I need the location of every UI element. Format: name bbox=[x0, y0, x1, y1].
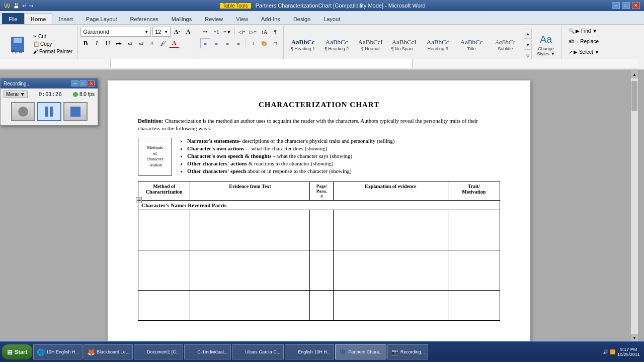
taskbar-item-word5[interactable]: W Partners Chara... bbox=[335, 344, 386, 359]
row2-page[interactable] bbox=[310, 250, 334, 290]
row3-method[interactable] bbox=[138, 290, 190, 320]
tab-design[interactable]: Design bbox=[287, 13, 317, 24]
multilevel-button[interactable]: ≡▼ bbox=[222, 27, 232, 37]
row2-explanation[interactable] bbox=[333, 250, 448, 290]
line-spacing-button[interactable]: ↕ bbox=[248, 38, 258, 48]
border-button[interactable]: □ bbox=[270, 38, 280, 48]
row2-trait[interactable] bbox=[448, 250, 500, 290]
row3-explanation[interactable] bbox=[333, 290, 448, 320]
sort-button[interactable]: ↕A bbox=[259, 27, 269, 37]
style-subtitle[interactable]: AaBbCc Subtitle bbox=[489, 27, 521, 63]
text-effects-button[interactable]: A bbox=[147, 38, 157, 48]
row1-method[interactable] bbox=[138, 210, 190, 250]
start-button[interactable]: ⊞ Start bbox=[2, 344, 32, 359]
table-move-handle[interactable]: ✛ bbox=[136, 197, 142, 203]
taskbar-item-word4[interactable]: W English 10H H... bbox=[285, 344, 334, 359]
row3-trait[interactable] bbox=[448, 290, 500, 320]
italic-button[interactable]: I bbox=[92, 38, 102, 48]
show-formatting-button[interactable]: ¶ bbox=[270, 27, 280, 37]
superscript-button[interactable]: x2 bbox=[136, 38, 146, 48]
scroll-thumb[interactable] bbox=[631, 81, 637, 111]
tab-insert[interactable]: Insert bbox=[52, 13, 79, 24]
scroll-track[interactable] bbox=[631, 78, 638, 334]
undo-icon[interactable]: ↩ bbox=[22, 3, 26, 9]
scroll-up-button[interactable]: ▲ bbox=[631, 70, 638, 78]
dialog-menu-button[interactable]: Menu ▼ bbox=[4, 90, 28, 98]
taskbar-item-browser[interactable]: 🌐 10H English H... bbox=[33, 344, 83, 359]
align-left-button[interactable]: ≡ bbox=[200, 38, 210, 48]
stop-button[interactable] bbox=[63, 102, 88, 121]
style-normal[interactable]: AaBbCcI ¶ Normal bbox=[354, 27, 386, 63]
styles-scroll-down[interactable]: ▼ bbox=[524, 40, 532, 50]
pause-button[interactable] bbox=[37, 102, 61, 121]
row1-evidence[interactable] bbox=[190, 210, 310, 250]
taskbar-word5-label: Partners Chara... bbox=[348, 349, 383, 354]
tab-file[interactable]: File bbox=[2, 13, 24, 24]
taskbar-item-firefox[interactable]: 🦊 Blackboard Le... bbox=[84, 344, 133, 359]
tab-layout[interactable]: Layout bbox=[317, 13, 347, 24]
font-name-selector[interactable]: Garamond ▼ bbox=[80, 27, 151, 37]
row1-explanation[interactable] bbox=[333, 210, 448, 250]
style-heading2[interactable]: AaBbCc ¶ Heading 2 bbox=[320, 27, 353, 63]
dialog-close[interactable]: ✕ bbox=[88, 80, 95, 86]
highlight-button[interactable]: 🖊 bbox=[158, 38, 168, 48]
bullets-button[interactable]: ≡• bbox=[200, 27, 210, 37]
format-painter-button[interactable]: 🖌 Format Painter bbox=[32, 48, 74, 55]
document-page[interactable]: ✛ CHARACTERIZATION CHART Definition: Cha… bbox=[108, 80, 530, 342]
subscript-button[interactable]: x2 bbox=[125, 38, 135, 48]
tab-references[interactable]: References bbox=[124, 13, 165, 24]
title-bar-controls[interactable]: ─ □ ✕ bbox=[612, 2, 640, 9]
close-button[interactable]: ✕ bbox=[632, 2, 640, 9]
tab-review[interactable]: Review bbox=[198, 13, 229, 24]
tab-page-layout[interactable]: Page Layout bbox=[79, 13, 124, 24]
row1-trait[interactable] bbox=[448, 210, 500, 250]
taskbar-item-word3[interactable]: W Ulises Garcia C... bbox=[232, 344, 284, 359]
taskbar-item-word2[interactable]: W C-1Individual... bbox=[184, 344, 231, 359]
tab-home[interactable]: Home bbox=[24, 13, 53, 24]
font-color-button[interactable]: A bbox=[169, 38, 179, 48]
shrink-font-button[interactable]: A- bbox=[184, 27, 194, 37]
find-button[interactable]: 🔍 ▶ Find ▼ bbox=[565, 27, 601, 35]
shading-button[interactable]: 🎨 bbox=[259, 38, 269, 48]
row2-evidence[interactable] bbox=[190, 250, 310, 290]
redo-icon[interactable]: ↪ bbox=[29, 3, 33, 9]
increase-indent-button[interactable]: ▷≡ bbox=[248, 27, 258, 37]
cut-button[interactable]: ✂ Cut bbox=[32, 33, 74, 40]
tab-view[interactable]: View bbox=[229, 13, 255, 24]
style-no-spacing[interactable]: AaBbCcI ¶ No Spaci... bbox=[388, 27, 420, 63]
dialog-maximize[interactable]: □ bbox=[79, 80, 87, 86]
maximize-button[interactable]: □ bbox=[622, 2, 630, 9]
decrease-indent-button[interactable]: ◁≡ bbox=[237, 27, 247, 37]
strikethrough-button[interactable]: ab bbox=[114, 38, 124, 48]
grow-font-button[interactable]: A+ bbox=[172, 27, 182, 37]
style-title[interactable]: AaBbCc Title bbox=[455, 27, 488, 63]
row3-evidence[interactable] bbox=[190, 290, 310, 320]
row2-method[interactable] bbox=[138, 250, 190, 290]
font-size-selector[interactable]: 12 ▼ bbox=[152, 27, 171, 37]
vertical-scrollbar[interactable]: ▲ ▼ bbox=[631, 70, 638, 342]
paste-button[interactable]: Paste bbox=[5, 32, 30, 57]
numbering-button[interactable]: ≡1 bbox=[211, 27, 221, 37]
row1-page[interactable] bbox=[310, 210, 334, 250]
replace-button[interactable]: ab→ Replace bbox=[565, 37, 602, 46]
tab-addins[interactable]: Add-Ins bbox=[255, 13, 287, 24]
record-button[interactable] bbox=[11, 102, 35, 121]
justify-button[interactable]: ≡ bbox=[233, 38, 244, 48]
change-styles-button[interactable]: Aa ChangeStyles ▼ bbox=[533, 27, 558, 63]
tab-mailings[interactable]: Mailings bbox=[165, 13, 198, 24]
save-icon[interactable]: 💾 bbox=[13, 3, 19, 9]
row3-page[interactable] bbox=[310, 290, 334, 320]
align-center-button[interactable]: ≡ bbox=[211, 38, 221, 48]
copy-button[interactable]: 📋 Copy bbox=[32, 41, 74, 47]
styles-scroll-up[interactable]: ▲ bbox=[524, 29, 532, 39]
bold-button[interactable]: B bbox=[80, 38, 91, 48]
select-button[interactable]: ↗ ▶ Select ▼ bbox=[565, 48, 603, 56]
taskbar-item-word1[interactable]: W Document1 [C... bbox=[134, 344, 183, 359]
taskbar-item-recording[interactable]: 📷 Recording... bbox=[387, 344, 429, 359]
minimize-button[interactable]: ─ bbox=[612, 2, 620, 9]
underline-button[interactable]: U bbox=[103, 38, 113, 48]
align-right-button[interactable]: ≡ bbox=[222, 38, 232, 48]
dialog-minimize[interactable]: ─ bbox=[71, 80, 78, 86]
style-heading1[interactable]: AaBbCc ¶ Heading 1 bbox=[287, 27, 319, 63]
style-heading3[interactable]: AaBbCc Heading 3 bbox=[422, 27, 454, 63]
